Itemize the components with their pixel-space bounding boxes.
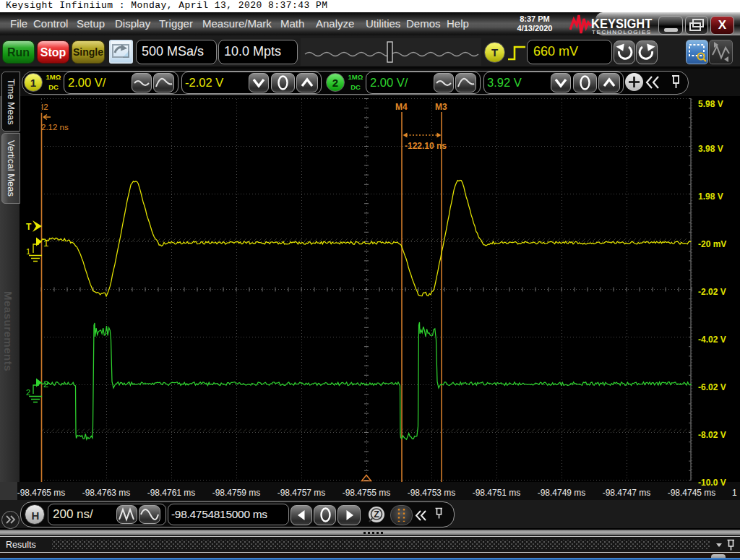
svg-text:-98.4761 ms: -98.4761 ms	[147, 488, 196, 498]
svg-text:-122.10 ns: -122.10 ns	[405, 141, 447, 151]
svg-text:1: 1	[26, 247, 30, 256]
svg-text:-98.4755 ms: -98.4755 ms	[343, 488, 391, 498]
svg-text:-98.4749 ms: -98.4749 ms	[538, 488, 586, 498]
svg-text:2.12 ns: 2.12 ns	[41, 123, 69, 132]
svg-text:-98.4751 ms: -98.4751 ms	[473, 488, 521, 498]
svg-text:H: H	[32, 509, 40, 522]
svg-text:M3: M3	[435, 102, 447, 112]
svg-text:I2: I2	[41, 103, 48, 111]
svg-text:-98.4763 ms: -98.4763 ms	[82, 488, 131, 498]
svg-text:5.98 V: 5.98 V	[698, 99, 723, 109]
svg-text:2: 2	[26, 388, 30, 397]
svg-text:-98.4753 ms: -98.4753 ms	[408, 488, 456, 498]
svg-text:-98.4747 ms: -98.4747 ms	[603, 488, 651, 498]
svg-text:3.98 V: 3.98 V	[698, 144, 723, 154]
svg-text:T: T	[26, 222, 32, 232]
svg-text:-20 mV: -20 mV	[698, 239, 726, 249]
svg-text:-4.02 V: -4.02 V	[698, 335, 726, 345]
svg-text:-98.4757 ms: -98.4757 ms	[278, 488, 326, 498]
svg-text:-8.02 V: -8.02 V	[698, 430, 726, 440]
svg-text:-10.0 V: -10.0 V	[698, 478, 726, 488]
svg-text:1: 1	[43, 238, 48, 249]
svg-text:1: 1	[732, 488, 737, 498]
svg-text:1.98 V: 1.98 V	[698, 191, 723, 202]
svg-text:-98.4745 ms: -98.4745 ms	[668, 488, 716, 498]
svg-text:-98.4759 ms: -98.4759 ms	[212, 488, 261, 498]
svg-text:M4: M4	[395, 102, 408, 112]
svg-text:-98.4765 ms: -98.4765 ms	[17, 488, 66, 498]
svg-text:-6.02 V: -6.02 V	[698, 382, 726, 392]
svg-text:Z: Z	[374, 509, 379, 520]
svg-text:2: 2	[43, 379, 48, 389]
svg-text:-2.02 V: -2.02 V	[698, 287, 726, 297]
